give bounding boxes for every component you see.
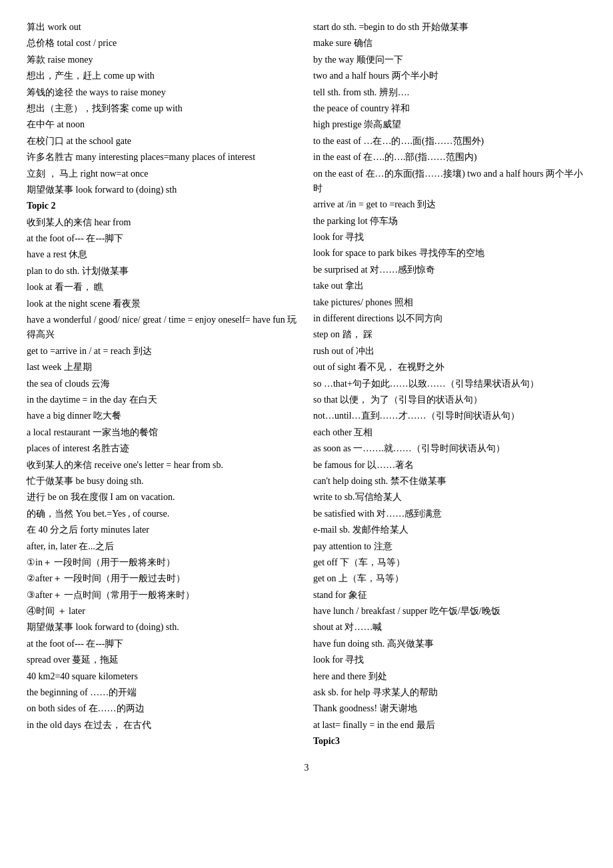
list-item: so …that+句子如此……以致……（引导结果状语从句） xyxy=(313,377,586,391)
list-item: stand for 象征 xyxy=(313,588,586,603)
list-item: ④时间 ＋ later xyxy=(27,604,300,619)
list-item: get to =arrive in / at = reach 到达 xyxy=(27,344,300,359)
list-item: the sea of clouds 云海 xyxy=(27,377,300,391)
list-item: after, in, later 在...之后 xyxy=(27,539,300,554)
list-item: in the east of 在….的….部(指……范围内) xyxy=(313,150,586,165)
list-item: at the foot of--- 在---脚下 xyxy=(27,231,300,246)
list-item: on the east of 在…的东面(指……接壤) two and a ha… xyxy=(313,167,586,197)
list-item: be satisfied with 对……感到满意 xyxy=(313,507,586,521)
list-item: have a big dinner 吃大餐 xyxy=(27,409,300,423)
list-item: not…until…直到……才……（引导时间状语从句） xyxy=(313,409,586,423)
list-item: look for space to park bikes 寻找停车的空地 xyxy=(313,246,586,261)
list-item: 算出 work out xyxy=(27,20,300,35)
list-item: get off 下（车，马等） xyxy=(313,555,586,570)
list-item: 40 km2=40 square kilometers xyxy=(27,669,300,684)
list-item: 立刻 ， 马上 right now=at once xyxy=(27,167,300,181)
right-column: start do sth. =begin to do sth 开始做某事make… xyxy=(313,20,586,749)
list-item: have a wonderful / good/ nice/ great / t… xyxy=(27,313,300,343)
list-item: each other 互相 xyxy=(313,425,586,440)
list-item: look at the night scene 看夜景 xyxy=(27,297,300,311)
list-item: look at 看一看， 瞧 xyxy=(27,280,300,295)
page-number: 3 xyxy=(27,763,586,773)
list-item: start do sth. =begin to do sth 开始做某事 xyxy=(313,20,586,35)
list-item: ③after＋ 一点时间（常用于一般将来时） xyxy=(27,588,300,603)
list-item: 收到某人的来信 receive one's letter = hear from… xyxy=(27,458,300,473)
list-item: rush out of 冲出 xyxy=(313,344,586,359)
list-item: 在中午 at noon xyxy=(27,117,300,132)
list-item: be famous for 以……著名 xyxy=(313,458,586,473)
list-item: e-mail sb. 发邮件给某人 xyxy=(313,523,586,537)
list-item: 忙于做某事 be busy doing sth. xyxy=(27,474,300,489)
list-item: places of interest 名胜古迹 xyxy=(27,441,300,456)
list-item: take pictures/ phones 照相 xyxy=(313,295,586,310)
list-item: so that 以便， 为了（引导目的状语从句） xyxy=(313,393,586,407)
list-item: on both sides of 在……的两边 xyxy=(27,701,300,716)
list-item: last week 上星期 xyxy=(27,360,300,375)
list-item: get on 上（车，马等） xyxy=(313,571,586,586)
list-item: ①in＋ 一段时间（用于一般将来时） xyxy=(27,555,300,570)
list-item: shout at 对……喊 xyxy=(313,620,586,635)
list-item: look for 寻找 xyxy=(313,653,586,667)
list-item: 的确，当然 You bet.=Yes , of course. xyxy=(27,507,300,521)
list-item: at last= finally = in the end 最后 xyxy=(313,718,586,733)
list-item: in different directions 以不同方向 xyxy=(313,311,586,326)
page-container: 算出 work out总价格 total cost / price筹款 rais… xyxy=(27,20,586,749)
list-item: here and there 到处 xyxy=(313,669,586,684)
list-item: tell sth. from sth. 辨别…. xyxy=(313,85,586,100)
list-item: at the foot of--- 在---脚下 xyxy=(27,637,300,651)
list-item: high prestige 崇高威望 xyxy=(313,117,586,132)
list-item: Thank goodness! 谢天谢地 xyxy=(313,701,586,716)
list-item: to the east of …在…的….面(指……范围外) xyxy=(313,134,586,149)
list-item: ②after＋ 一段时间（用于一般过去时） xyxy=(27,571,300,586)
list-item: in the daytime = in the day 在白天 xyxy=(27,393,300,407)
list-item: out of sight 看不见， 在视野之外 xyxy=(313,360,586,375)
list-item: Topic3 xyxy=(313,734,586,749)
list-item: 筹钱的途径 the ways to raise money xyxy=(27,85,300,100)
list-item: in the old days 在过去， 在古代 xyxy=(27,718,300,733)
list-item: as soon as 一…….就……（引导时间状语从句） xyxy=(313,441,586,456)
list-item: 想出（主意），找到答案 come up with xyxy=(27,101,300,116)
list-item: make sure 确信 xyxy=(313,36,586,51)
list-item: 期望做某事 look forward to (doing) sth. xyxy=(27,620,300,635)
list-item: 许多名胜古 many interesting places=many place… xyxy=(27,150,300,165)
list-item: the beginning of ……的开端 xyxy=(27,685,300,700)
list-item: pay attention to 注意 xyxy=(313,539,586,554)
list-item: take out 拿出 xyxy=(313,279,586,293)
list-item: plan to do sth. 计划做某事 xyxy=(27,264,300,279)
list-item: the peace of country 祥和 xyxy=(313,101,586,116)
list-item: arrive at /in = get to =reach 到达 xyxy=(313,197,586,212)
list-item: two and a half hours 两个半小时 xyxy=(313,69,586,83)
list-item: look for 寻找 xyxy=(313,230,586,245)
list-item: have lunch / breakfast / supper 吃午饭/早饭/晚… xyxy=(313,604,586,619)
list-item: 进行 be on 我在度假 I am on vacation. xyxy=(27,490,300,505)
list-item: 想出，产生，赶上 come up with xyxy=(27,69,300,83)
list-item: 总价格 total cost / price xyxy=(27,36,300,51)
list-item: have fun doing sth. 高兴做某事 xyxy=(313,637,586,651)
list-item: 在校门口 at the school gate xyxy=(27,134,300,149)
list-item: by the way 顺便问一下 xyxy=(313,53,586,67)
list-item: spread over 蔓延，拖延 xyxy=(27,653,300,667)
list-item: 收到某人的来信 hear from xyxy=(27,215,300,230)
list-item: Topic 2 xyxy=(27,199,300,213)
list-item: 期望做某事 look forward to (doing) sth xyxy=(27,183,300,197)
list-item: have a rest 休息 xyxy=(27,247,300,262)
list-item: 在 40 分之后 forty minutes later xyxy=(27,523,300,537)
list-item: a local restaurant 一家当地的餐馆 xyxy=(27,425,300,440)
left-column: 算出 work out总价格 total cost / price筹款 rais… xyxy=(27,20,300,749)
list-item: write to sb.写信给某人 xyxy=(313,490,586,505)
list-item: can't help doing sth. 禁不住做某事 xyxy=(313,474,586,489)
list-item: the parking lot 停车场 xyxy=(313,214,586,229)
list-item: 筹款 raise money xyxy=(27,53,300,67)
list-item: be surprised at 对……感到惊奇 xyxy=(313,263,586,277)
list-item: step on 踏， 踩 xyxy=(313,327,586,342)
list-item: ask sb. for help 寻求某人的帮助 xyxy=(313,685,586,700)
